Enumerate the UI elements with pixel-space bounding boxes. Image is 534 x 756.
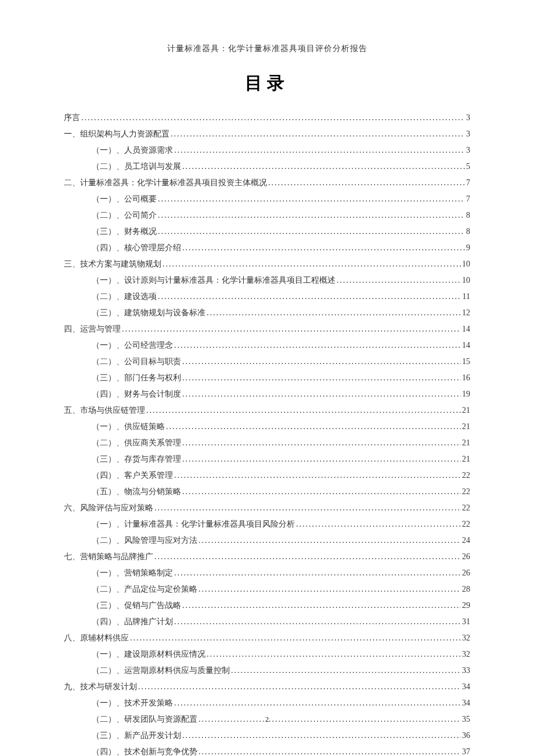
- toc-entry: （二）、供应商关系管理21: [64, 435, 470, 451]
- toc-entry-label: （三）、促销与广告战略: [92, 597, 181, 614]
- toc-entry: （一）、公司概要7: [64, 191, 470, 207]
- toc-entry-label: （二）、公司简介: [92, 207, 157, 224]
- toc-entry-page: 16: [462, 370, 470, 386]
- toc-entry-label: （一）、计量标准器具：化学计量标准器具项目风险分析: [92, 516, 295, 532]
- toc-entry-page: 32: [462, 646, 470, 663]
- toc-entry: （三）、存货与库存管理21: [64, 451, 470, 467]
- toc-entry: （三）、建筑物规划与设备标准12: [64, 305, 470, 321]
- toc-entry-label: （一）、营销策略制定: [92, 565, 173, 581]
- toc-entry-label: （四）、核心管理层介绍: [92, 240, 181, 256]
- toc-entry-page: 3: [466, 110, 470, 126]
- toc-entry-label: （一）、供应链策略: [92, 419, 165, 435]
- toc-entry-label: 一、组织架构与人力资源配置: [64, 126, 169, 142]
- toc-entry: （二）、建设选项11: [64, 289, 470, 305]
- toc-entry-page: 21: [462, 435, 470, 451]
- toc-entry-page: 10: [462, 272, 470, 289]
- toc-entry: （二）、员工培训与发展5: [64, 159, 470, 175]
- toc-entry: 九、技术与研发计划34: [64, 679, 470, 695]
- toc-leader-dots: [296, 516, 461, 532]
- toc-entry-label: （一）、公司概要: [92, 191, 157, 207]
- toc-entry-page: 7: [466, 175, 470, 191]
- toc-entry-page: 33: [462, 663, 470, 679]
- toc-leader-dots: [174, 695, 461, 711]
- toc-entry-page: 15: [462, 354, 470, 370]
- toc-entry: 八、原辅材料供应32: [64, 630, 470, 646]
- toc-entry: （二）、运营期原材料供应与质量控制33: [64, 663, 470, 679]
- toc-entry-label: 七、营销策略与品牌推广: [64, 549, 153, 565]
- toc-heading: 目录: [64, 71, 470, 95]
- toc-leader-dots: [199, 581, 461, 597]
- toc-entry-label: （二）、公司目标与职责: [92, 354, 181, 370]
- toc-leader-dots: [163, 256, 461, 272]
- toc-leader-dots: [158, 289, 461, 305]
- toc-entry: （三）、部门任务与权利16: [64, 370, 470, 386]
- toc-entry-page: 29: [462, 597, 470, 614]
- toc-leader-dots: [138, 679, 461, 695]
- toc-leader-dots: [174, 565, 461, 581]
- toc-leader-dots: [158, 191, 465, 207]
- toc-leader-dots: [158, 224, 465, 240]
- toc-entry: 七、营销策略与品牌推广26: [64, 549, 470, 565]
- toc-entry-page: 9: [466, 240, 470, 256]
- toc-entry-page: 12: [462, 305, 470, 321]
- toc-entry: （三）、财务概况8: [64, 224, 470, 240]
- toc-leader-dots: [174, 467, 461, 484]
- toc-leader-dots: [268, 175, 465, 191]
- toc-entry-label: （一）、技术开发策略: [92, 695, 173, 711]
- toc-entry-label: 二、计量标准器具：化学计量标准器具项目投资主体概况: [64, 175, 267, 191]
- toc-entry: （二）、产品定位与定价策略28: [64, 581, 470, 597]
- toc-entry: （一）、技术开发策略34: [64, 695, 470, 711]
- toc-entry: （四）、品牌推广计划31: [64, 614, 470, 630]
- toc-entry-page: 10: [462, 256, 470, 272]
- toc-entry: （四）、核心管理层介绍9: [64, 240, 470, 256]
- toc-entry-label: （四）、品牌推广计划: [92, 614, 173, 630]
- toc-entry-label: 序言: [64, 110, 80, 126]
- toc-leader-dots: [182, 451, 461, 467]
- toc-entry-page: 34: [462, 679, 470, 695]
- toc-entry-page: 11: [463, 289, 470, 305]
- toc-entry-label: （三）、财务概况: [92, 224, 157, 240]
- toc-leader-dots: [182, 354, 461, 370]
- toc-entry-label: 四、运营与管理: [64, 321, 121, 337]
- toc-entry: （一）、设计原则与计量标准器具：化学计量标准器具项目工程概述10: [64, 272, 470, 289]
- toc-entry: （三）、新产品开发计划36: [64, 728, 470, 744]
- toc-leader-dots: [130, 630, 461, 646]
- toc-entry: 二、计量标准器具：化学计量标准器具项目投资主体概况7: [64, 175, 470, 191]
- toc-entry-page: 22: [462, 500, 470, 516]
- toc-entry-page: 22: [462, 484, 470, 500]
- toc-entry-label: （二）、风险管理与应对方法: [92, 532, 197, 549]
- toc-leader-dots: [158, 207, 465, 224]
- toc-leader-dots: [231, 663, 461, 679]
- toc-leader-dots: [122, 321, 461, 337]
- toc-entry: （四）、财务与会计制度19: [64, 386, 470, 402]
- toc-entry-label: （一）、建设期原材料供应情况: [92, 646, 205, 663]
- toc-leader-dots: [182, 484, 461, 500]
- toc-entry-page: 22: [462, 467, 470, 484]
- toc-entry: （三）、促销与广告战略29: [64, 597, 470, 614]
- toc-entry-page: 8: [466, 224, 470, 240]
- toc-entry-page: 34: [462, 695, 470, 711]
- toc-leader-dots: [182, 240, 465, 256]
- toc-entry-page: 21: [462, 402, 470, 419]
- toc-leader-dots: [166, 419, 461, 435]
- toc-entry-page: 26: [462, 549, 470, 565]
- toc-entry-page: 24: [462, 532, 470, 549]
- toc-leader-dots: [154, 549, 461, 565]
- toc-entry-page: 36: [462, 728, 470, 744]
- toc-leader-dots: [207, 305, 461, 321]
- toc-entry-label: （三）、新产品开发计划: [92, 728, 181, 744]
- toc-entry-label: （四）、技术创新与竞争优势: [92, 744, 197, 756]
- toc-entry-label: （四）、财务与会计制度: [92, 386, 181, 402]
- toc-entry: （四）、技术创新与竞争优势37: [64, 744, 470, 756]
- toc-entry-page: 8: [466, 207, 470, 224]
- toc-entry: 三、技术方案与建筑物规划10: [64, 256, 470, 272]
- toc-entry-page: 37: [462, 744, 470, 756]
- toc-entry-label: 九、技术与研发计划: [64, 679, 137, 695]
- toc-entry: （二）、公司简介8: [64, 207, 470, 224]
- toc-entry-page: 19: [462, 386, 470, 402]
- toc-leader-dots: [182, 370, 461, 386]
- toc-entry: 四、运营与管理14: [64, 321, 470, 337]
- toc-leader-dots: [182, 159, 465, 175]
- toc-entry: （一）、供应链策略21: [64, 419, 470, 435]
- toc-entry: （五）、物流与分销策略22: [64, 484, 470, 500]
